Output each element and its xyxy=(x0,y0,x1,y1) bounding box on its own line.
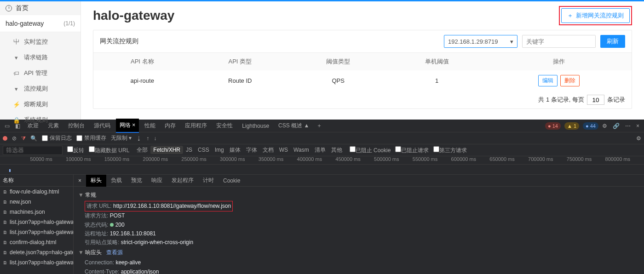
sidebar-item-2[interactable]: 🏷API 管理 xyxy=(0,65,80,81)
bar-chart-icon: ⼬ xyxy=(13,38,19,46)
disable-cache-checkbox[interactable]: 禁用缓存 xyxy=(76,134,106,142)
detail-tab[interactable]: 负载 xyxy=(106,175,126,187)
request-item[interactable]: delete.json?app=halo-gatew... xyxy=(0,247,73,257)
third-party-checkbox[interactable]: 第三方请求 xyxy=(433,146,467,154)
request-item[interactable]: flow-rule-dialog.html xyxy=(0,187,73,197)
filter-chip[interactable]: 媒体 xyxy=(227,146,243,154)
filter-input[interactable] xyxy=(3,146,63,155)
devtools-tab[interactable]: 控制台 xyxy=(64,119,88,132)
devtools-tabbar: ▭ ◧ 欢迎元素控制台源代码网络 ×性能内存应用程序安全性LighthouseC… xyxy=(0,120,644,132)
sidebar-item-1[interactable]: ▾请求链路 xyxy=(0,50,80,65)
blocked-req-checkbox[interactable]: 已阻止请求 xyxy=(395,146,429,154)
table-header: API 类型 xyxy=(191,53,289,70)
sidebar-item-4[interactable]: ⚡熔断规则 xyxy=(0,97,80,112)
invert-checkbox[interactable]: 反转 xyxy=(67,146,84,154)
request-item[interactable]: list.json?app=halo-gateway&i... xyxy=(0,257,73,268)
home-link[interactable]: 首页 xyxy=(0,1,80,15)
clock-icon xyxy=(6,5,12,11)
pager-suffix: 条记录 xyxy=(607,96,625,104)
refresh-button[interactable]: 刷新 xyxy=(600,35,625,48)
request-item[interactable]: machines.json xyxy=(0,207,73,217)
filter-chip[interactable]: Img xyxy=(212,146,227,154)
delete-button[interactable]: 删除 xyxy=(560,75,580,86)
sidebar-item-0[interactable]: ⼬实时监控 xyxy=(0,34,80,50)
devtools-tab[interactable]: 元素 xyxy=(44,119,63,132)
edit-button[interactable]: 编辑 xyxy=(538,75,558,86)
add-tab-icon[interactable]: ＋ xyxy=(315,122,324,130)
more-icon[interactable]: ⋯ xyxy=(623,123,632,129)
devtools-tab[interactable]: 内存 xyxy=(161,119,179,132)
filter-chip[interactable]: 清单 xyxy=(312,146,328,154)
devtools-tab[interactable]: 应用程序 xyxy=(181,119,211,132)
search-icon[interactable]: 🔍 xyxy=(30,135,37,142)
devtools-tab[interactable]: CSS 概述 ▲ xyxy=(275,119,313,132)
table-row: api-routeRoute IDQPS1编辑删除 xyxy=(93,70,632,91)
filter-chip[interactable]: 文档 xyxy=(260,146,276,154)
warn-badge[interactable]: ▲ 1 xyxy=(564,122,579,130)
settings-icon[interactable]: ⚙ xyxy=(636,135,641,142)
record-icon[interactable] xyxy=(3,136,7,141)
sidebar-item-3[interactable]: ▾流控规则 xyxy=(0,81,80,97)
timeline-marker xyxy=(9,169,11,172)
download-icon[interactable]: ↓ xyxy=(154,135,156,142)
close-details-icon[interactable]: × xyxy=(74,177,86,184)
hide-data-checkbox[interactable]: 隐藏数据 URL xyxy=(89,146,129,154)
err-badge[interactable]: ● 14 xyxy=(545,122,561,130)
request-item[interactable]: list.json?app=halo-gateway&i... xyxy=(0,217,73,227)
keyword-input[interactable] xyxy=(522,35,596,48)
detail-tab[interactable]: 标头 xyxy=(86,175,106,187)
general-section[interactable]: 常规 xyxy=(78,189,639,201)
filter-chip[interactable]: 全部 xyxy=(134,146,150,154)
gear-icon[interactable]: ⚙ xyxy=(600,123,609,129)
bolt-icon: ⚡ xyxy=(13,101,19,108)
request-item[interactable]: list.json?app=halo-gateway&i... xyxy=(0,227,73,237)
device-icon[interactable]: ▭ xyxy=(3,123,12,129)
response-headers-section[interactable]: 响应头 查看源 xyxy=(78,247,639,258)
timeline-tick: 550000 ms xyxy=(399,156,438,164)
detail-tab[interactable]: 预览 xyxy=(126,175,147,187)
pager-prefix: 共 1 条记录, 每页 xyxy=(538,96,584,104)
clear-icon[interactable]: ⊘ xyxy=(12,135,17,142)
devtools-tab[interactable]: 性能 xyxy=(141,119,159,132)
devtools-tab[interactable]: Lighthouse xyxy=(238,120,273,132)
detail-tab[interactable]: Cookie xyxy=(218,175,245,186)
timeline-tick: 50000 ms xyxy=(14,156,52,164)
close-icon[interactable]: × xyxy=(634,123,641,129)
home-label: 首页 xyxy=(16,4,29,12)
keep-log-checkbox[interactable]: 保留日志 xyxy=(42,134,72,142)
request-list-header: 名称 xyxy=(0,175,73,187)
request-item[interactable]: confirm-dialog.html xyxy=(0,237,73,247)
filter-chip[interactable]: Fetch/XHR xyxy=(150,146,183,154)
sidebar-item-label: 实时监控 xyxy=(24,38,48,46)
page-size-input[interactable] xyxy=(587,95,604,105)
filter-chip[interactable]: 字体 xyxy=(243,146,260,154)
throttle-select[interactable]: 无限制 ▾ xyxy=(111,134,132,142)
request-item[interactable]: new.json xyxy=(0,197,73,207)
timeline-tick: 650000 ms xyxy=(476,156,515,164)
detail-tab[interactable]: 发起程序 xyxy=(167,175,198,187)
wifi-icon[interactable]: ⭭ xyxy=(136,135,142,142)
devtools-tab[interactable]: 欢迎 xyxy=(24,119,42,132)
blocked-cookie-checkbox[interactable]: 已阻止 Cookie xyxy=(350,146,391,154)
app-toggle[interactable]: halo-gateway (1/1) xyxy=(0,15,80,32)
upload-icon[interactable]: ↑ xyxy=(146,135,149,142)
filter-chip[interactable]: CSS xyxy=(195,146,212,154)
filter-toggle-icon[interactable]: ⧩ xyxy=(21,135,26,142)
timeline-tick: 700000 ms xyxy=(515,156,553,164)
sidebar-item-label: 请求链路 xyxy=(24,53,48,62)
link-icon[interactable]: 🔗 xyxy=(611,123,621,129)
filter-chip[interactable]: Wasm xyxy=(291,146,312,154)
dock-icon[interactable]: ◧ xyxy=(13,123,22,129)
devtools-tab[interactable]: 安全性 xyxy=(213,119,236,132)
filter-chip[interactable]: JS xyxy=(183,146,195,154)
devtools-tab[interactable]: 源代码 xyxy=(90,119,114,132)
table-header: API 名称 xyxy=(93,53,191,70)
add-rule-button[interactable]: ＋ 新增网关流控规则 xyxy=(561,8,630,23)
ip-select[interactable]: 192.168.1.29:8719 ▾ xyxy=(444,35,518,48)
devtools-tab[interactable]: 网络 × xyxy=(116,119,139,133)
detail-tab[interactable]: 响应 xyxy=(147,175,167,187)
detail-tab[interactable]: 计时 xyxy=(198,175,218,187)
filter-chip[interactable]: 其他 xyxy=(328,146,345,154)
filter-chip[interactable]: WS xyxy=(276,146,291,154)
info-badge[interactable]: ● 44 xyxy=(583,122,598,130)
